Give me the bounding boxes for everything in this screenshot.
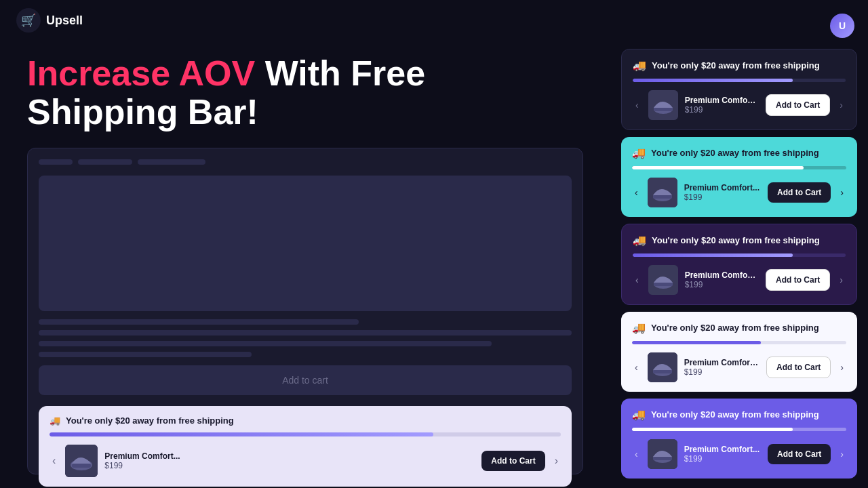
card-product-row-teal: ‹ Premium Comfort... $199 Add to Cart › (632, 178, 846, 207)
card-product-price-purple: $199 (685, 280, 759, 289)
card-add-btn-violet[interactable]: Add to Cart (768, 444, 831, 464)
card-shipping-row-purple: 🚚 You're only $20 away from free shippin… (633, 234, 846, 247)
card-add-btn-teal[interactable]: Add to Cart (768, 182, 831, 203)
product-description-lines (39, 319, 572, 357)
card-product-info-teal: Premium Comfort... $199 (684, 183, 761, 202)
card-product-row-purple: ‹ Premium Comfort... $199 Add to Cart › (633, 265, 846, 295)
card-progress-fill-white (632, 341, 761, 344)
product-line-title (39, 319, 359, 325)
card-truck-emoji-purple: 🚚 (633, 234, 646, 247)
browser-tab-3 (138, 159, 205, 165)
card-product-info-violet: Premium Comfort... $199 (684, 445, 761, 464)
hero-normal: With Free (255, 54, 425, 93)
hero-subtitle: Shipping Bar! (27, 92, 258, 131)
card-prev-btn-violet[interactable]: ‹ (632, 447, 641, 461)
card-product-img-teal (648, 178, 677, 207)
card-product-name-white: Premium Comfort... (684, 358, 760, 367)
variant-card-dark: 🚚 You're only $20 away from free shippin… (621, 49, 857, 130)
card-truck-emoji-dark: 🚚 (633, 59, 646, 72)
card-add-btn-purple[interactable]: Add to Cart (766, 269, 830, 291)
card-product-name-violet: Premium Comfort... (684, 445, 761, 454)
user-avatar[interactable]: U (830, 14, 854, 38)
widget-truck-emoji: 🚚 (50, 415, 60, 426)
card-shipping-row-white: 🚚 You're only $20 away from free shippin… (632, 321, 846, 334)
widget-progress-fill (50, 432, 433, 436)
card-shipping-row-teal: 🚚 You're only $20 away from free shippin… (632, 146, 846, 159)
card-product-row-white: ‹ Premium Comfort... $199 Add to Cart › (632, 352, 846, 382)
card-product-row-dark: ‹ Premium Comfort... $199 Add to Cart › (633, 90, 846, 120)
card-next-btn-white[interactable]: › (837, 361, 846, 374)
variant-card-white: 🚚 You're only $20 away from free shippin… (621, 312, 857, 392)
app-header: 🛒 Upsell (0, 0, 868, 41)
widget-shipping-row: 🚚 You're only $20 away from free shippin… (50, 415, 561, 426)
browser-tabs (39, 159, 572, 165)
card-next-btn-violet[interactable]: › (837, 447, 846, 461)
card-shipping-text-violet: You're only $20 away from free shipping (651, 409, 819, 420)
card-product-name-teal: Premium Comfort... (684, 183, 761, 192)
widget-product-row: ‹ Premium Comfort... (50, 445, 561, 477)
main-content: Increase AOV With Free Shipping Bar! (0, 41, 868, 488)
svg-rect-5 (654, 108, 673, 111)
variant-card-teal: 🚚 You're only $20 away from free shippin… (621, 137, 857, 217)
cart-icon: 🛒 (21, 13, 36, 28)
widget-product-name: Premium Comfort... (104, 451, 475, 461)
svg-rect-8 (653, 195, 672, 199)
card-product-price-violet: $199 (684, 454, 761, 464)
widget-prev-btn[interactable]: ‹ (50, 452, 58, 470)
card-shipping-text-teal: You're only $20 away from free shipping (651, 148, 819, 158)
card-next-btn-dark[interactable]: › (837, 98, 846, 112)
card-product-info-white: Premium Comfort... $199 (684, 358, 760, 377)
product-line-1 (39, 330, 572, 336)
card-product-row-violet: ‹ Premium Comfort... $199 Add to Cart › (632, 439, 846, 469)
browser-mockup: Add to cart 🚚 You're only $20 away from … (27, 148, 583, 474)
card-next-btn-teal[interactable]: › (837, 186, 846, 199)
card-product-info-dark: Premium Comfort... $199 (685, 96, 759, 115)
card-product-price-dark: $199 (685, 105, 759, 115)
card-progress-bar-teal (632, 166, 846, 169)
card-shipping-row-dark: 🚚 You're only $20 away from free shippin… (633, 59, 846, 72)
card-product-img-dark (648, 90, 678, 120)
card-product-info-purple: Premium Comfort... $199 (685, 270, 759, 289)
card-product-name-dark: Premium Comfort... (685, 96, 759, 105)
card-prev-btn-teal[interactable]: ‹ (632, 186, 641, 199)
widget-shipping-text: You're only $20 away from free shipping (66, 415, 234, 426)
card-shipping-text-white: You're only $20 away from free shipping (651, 323, 819, 333)
card-product-img-white (648, 352, 677, 382)
card-progress-fill-purple (633, 253, 793, 257)
widget-progress-bar (50, 432, 561, 436)
browser-content-area: Add to cart 🚚 You're only $20 away from … (39, 176, 572, 488)
upsell-widget-browser: 🚚 You're only $20 away from free shippin… (39, 406, 572, 487)
widget-product-image (65, 445, 98, 477)
card-prev-btn-dark[interactable]: ‹ (633, 98, 642, 112)
product-line-2 (39, 341, 492, 346)
product-image (39, 176, 572, 311)
card-shipping-text-purple: You're only $20 away from free shipping (652, 235, 820, 245)
card-progress-fill-dark (633, 79, 793, 82)
widget-product-info: Premium Comfort... $199 (104, 451, 475, 470)
app-name: Upsell (46, 14, 83, 28)
card-product-img-violet (648, 439, 677, 469)
card-progress-bar-dark (633, 79, 846, 82)
card-shipping-row-violet: 🚚 You're only $20 away from free shippin… (632, 408, 846, 421)
card-prev-btn-purple[interactable]: ‹ (633, 273, 642, 287)
card-product-name-purple: Premium Comfort... (685, 270, 759, 280)
browser-tab-2 (78, 159, 132, 165)
browser-tab-1 (39, 159, 73, 165)
card-progress-fill-teal (632, 166, 804, 169)
card-add-btn-white[interactable]: Add to Cart (766, 357, 831, 378)
widget-add-to-cart-btn[interactable]: Add to Cart (481, 451, 545, 471)
card-prev-btn-white[interactable]: ‹ (632, 361, 641, 374)
card-add-btn-dark[interactable]: Add to Cart (766, 94, 830, 116)
svg-rect-17 (653, 457, 672, 460)
card-truck-emoji-white: 🚚 (632, 321, 646, 334)
svg-rect-14 (653, 370, 672, 373)
variant-card-purple: 🚚 You're only $20 away from free shippin… (621, 224, 857, 305)
card-truck-emoji-violet: 🚚 (632, 408, 646, 421)
card-product-price-teal: $199 (684, 192, 761, 202)
widget-next-btn[interactable]: › (552, 452, 561, 470)
card-progress-bar-purple (633, 253, 846, 257)
card-next-btn-purple[interactable]: › (837, 273, 846, 287)
svg-rect-2 (72, 464, 91, 468)
left-panel: Increase AOV With Free Shipping Bar! (0, 41, 610, 488)
svg-rect-11 (654, 283, 673, 286)
